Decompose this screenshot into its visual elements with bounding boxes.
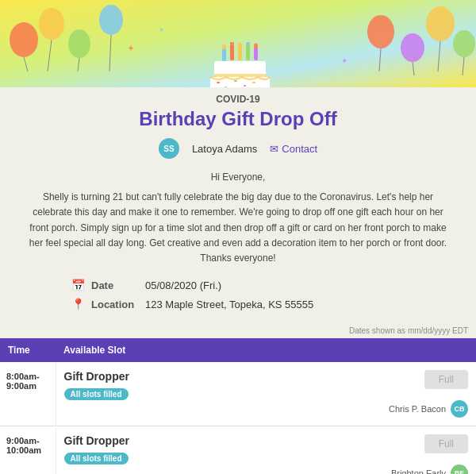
svg-rect-33 (217, 82, 220, 83)
description-body: Shelly is turning 21 but can't fully cel… (24, 190, 452, 266)
svg-point-11 (401, 33, 424, 62)
date-value: 05/08/2020 (Fri.) (145, 279, 221, 291)
main-content: COVID-19 Birthday Gift Drop Off SS Latoy… (0, 87, 476, 326)
full-button: Full (424, 370, 468, 389)
banner-header: ✦ ✦ ★ (0, 0, 476, 87)
location-value: 123 Maple Street, Topeka, KS 55555 (145, 299, 313, 310)
location-icon: 📍 (71, 298, 85, 310)
svg-point-29 (254, 44, 258, 49)
table-row: 8:00am- 9:00am Gift Dropper All slots fi… (0, 362, 476, 426)
contact-link[interactable]: ✉ Contact (270, 143, 317, 155)
envelope-icon: ✉ (270, 143, 278, 155)
slot-name: Gift Dropper (64, 434, 366, 447)
slots-table-header: Time Available Slot (0, 338, 476, 362)
svg-point-5 (68, 29, 90, 58)
assignee-row: Chris P. Bacon CB (381, 400, 468, 418)
organizer-avatar: SS (159, 138, 179, 159)
event-details: 📅 Date 05/08/2020 (Fri.) 📍 Location 123 … (24, 279, 452, 310)
slot-name: Gift Dropper (64, 370, 366, 383)
greeting: Hi Everyone, (24, 170, 452, 185)
svg-rect-24 (254, 48, 258, 60)
slot-time: 8:00am- 9:00am (0, 362, 56, 426)
svg-point-25 (222, 44, 226, 50)
table-row: 9:00am- 10:00am Gift Dropper All slots f… (0, 426, 476, 474)
slot-action: Full Chris P. Bacon CB (373, 362, 476, 426)
calendar-icon: 📅 (71, 279, 85, 291)
svg-rect-35 (234, 80, 237, 82)
slots-table: Time Available Slot 8:00am- 9:00am Gift … (0, 338, 476, 474)
all-filled-badge: All slots filled (64, 453, 129, 464)
timezone-note: Dates shown as mm/dd/yyyy EDT (0, 326, 476, 335)
slot-info: Gift Dropper All slots filled (56, 426, 373, 474)
assignee-name: Brighton Early (391, 468, 446, 474)
slot-time: 9:00am- 10:00am (0, 426, 56, 474)
header-slot: Available Slot (56, 338, 476, 362)
svg-text:★: ★ (159, 26, 164, 33)
slot-action: Full Brighton Early BE (373, 426, 476, 474)
svg-rect-22 (238, 47, 242, 60)
svg-point-9 (367, 15, 394, 48)
assignee-name: Chris P. Bacon (389, 404, 446, 414)
svg-point-13 (426, 6, 455, 41)
svg-point-27 (238, 43, 242, 48)
full-button: Full (424, 434, 468, 453)
cake-image (202, 42, 274, 87)
assignee-row: Brighton Early BE (381, 464, 468, 474)
assignee-avatar: BE (451, 464, 468, 474)
svg-point-15 (453, 30, 475, 57)
slot-info: Gift Dropper All slots filled (56, 362, 373, 426)
covid-label: COVID-19 (24, 94, 452, 105)
svg-point-1 (10, 22, 38, 57)
svg-text:✦: ✦ (127, 43, 135, 54)
header-time: Time (0, 338, 56, 362)
svg-rect-21 (230, 44, 234, 60)
location-row: 📍 Location 123 Maple Street, Topeka, KS … (71, 298, 452, 310)
svg-point-3 (39, 8, 64, 40)
organizer-name: Latoya Adams (192, 143, 257, 155)
description: Hi Everyone, Shelly is turning 21 but ca… (24, 170, 452, 266)
svg-rect-36 (244, 85, 246, 87)
all-filled-badge: All slots filled (64, 388, 129, 400)
svg-rect-20 (222, 48, 226, 61)
svg-text:✦: ✦ (341, 56, 347, 65)
svg-rect-37 (252, 82, 255, 83)
svg-point-7 (99, 5, 123, 35)
organizer-row: SS Latoya Adams ✉ Contact (24, 138, 452, 159)
location-label: Location (91, 299, 139, 310)
svg-rect-23 (246, 44, 250, 60)
assignee-avatar: CB (451, 400, 468, 418)
event-title: Birthday Gift Drop Off (24, 108, 452, 130)
date-label: Date (91, 279, 139, 291)
date-row: 📅 Date 05/08/2020 (Fri.) (71, 279, 452, 291)
slots-section: Dates shown as mm/dd/yyyy EDT Time Avail… (0, 326, 476, 474)
